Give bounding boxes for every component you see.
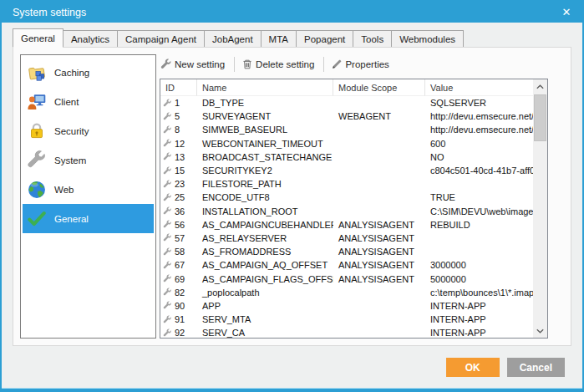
table-row[interactable]: 13BROADCAST_STATECHANGENO xyxy=(160,150,533,164)
toolbar-button-label: Delete setting xyxy=(256,59,314,69)
cell-id: 23 xyxy=(160,179,197,189)
titlebar[interactable]: System settings ✕ xyxy=(2,2,582,23)
system-settings-dialog: System settings ✕ GeneralAnalyticsCampai… xyxy=(0,0,584,392)
sidebar-item-web[interactable]: Web xyxy=(23,175,154,204)
tab-panel-general: CachingClientSecuritySystemWebGeneral Ne… xyxy=(13,47,571,346)
table-row[interactable]: 57AS_RELAYSERVERANALYSISAGENT xyxy=(160,232,533,245)
properties-button[interactable]: Properties xyxy=(330,57,392,72)
wrench-icon xyxy=(163,206,172,216)
row-id: 5 xyxy=(175,111,180,121)
cell-id: 92 xyxy=(160,328,197,338)
close-icon[interactable]: ✕ xyxy=(558,4,575,21)
row-name: SERV_MTA xyxy=(197,314,333,324)
cancel-button[interactable]: Cancel xyxy=(507,358,565,377)
wrench-icon xyxy=(163,328,172,338)
row-name: _poplocalpath xyxy=(197,288,333,298)
cell-id: 12 xyxy=(160,139,197,149)
cell-id: 90 xyxy=(160,301,197,311)
settings-toolbar: New settingDelete settingProperties xyxy=(160,54,548,74)
tab-tools[interactable]: Tools xyxy=(353,30,392,47)
tab-campaign-agent[interactable]: Campaign Agent xyxy=(117,30,205,47)
column-header-value[interactable]: Value xyxy=(425,79,533,96)
tab-popagent[interactable]: Popagent xyxy=(296,30,353,47)
wrench-icon xyxy=(163,261,172,270)
tab-jobagent[interactable]: JobAgent xyxy=(204,30,262,47)
chevron-down-icon[interactable] xyxy=(533,323,547,338)
table-row[interactable]: 12WEBCONTAINER_TIMEOUT600 xyxy=(160,137,533,150)
sidebar-item-system[interactable]: System xyxy=(23,145,154,175)
row-name: AS_FROMADDRESS xyxy=(197,247,333,257)
row-value: c804c501-40cd-41b7-aff0-... xyxy=(425,165,533,176)
chevron-up-icon[interactable] xyxy=(533,79,547,94)
sidebar-item-client[interactable]: Client xyxy=(23,87,154,116)
row-name: ENCODE_UTF8 xyxy=(197,192,333,202)
row-id: 1 xyxy=(175,98,180,108)
ok-button[interactable]: OK xyxy=(446,358,500,377)
sidebar-item-label: General xyxy=(54,214,89,224)
wrench-icon xyxy=(163,301,172,310)
row-id: 56 xyxy=(175,220,185,230)
row-id: 91 xyxy=(175,314,185,324)
column-header-module-scope[interactable]: Module Scope xyxy=(333,79,425,96)
row-name: AS_RELAYSERVER xyxy=(197,233,333,243)
row-value: REBUILD xyxy=(425,220,533,230)
tab-general[interactable]: General xyxy=(13,28,63,48)
client-icon xyxy=(25,90,48,113)
table-row[interactable]: 56AS_CAMPAIGNCUBEHANDLERANALYSISAGENTREB… xyxy=(160,218,533,232)
row-id: 69 xyxy=(175,274,185,284)
tab-webmodules[interactable]: Webmodules xyxy=(391,30,464,47)
sidebar-item-label: System xyxy=(54,155,86,165)
row-name: DB_TYPE xyxy=(197,98,333,108)
row-name: WEBCONTAINER_TIMEOUT xyxy=(197,139,333,149)
pencil-icon xyxy=(331,59,343,70)
tab-mta[interactable]: MTA xyxy=(261,30,297,47)
sidebar-item-label: Caching xyxy=(54,68,89,78)
cell-id: 5 xyxy=(160,111,197,121)
table-row[interactable]: 91SERV_MTAINTERN-APP xyxy=(160,313,533,326)
table-row[interactable]: 92SERV_CAINTERN-APP xyxy=(160,326,533,338)
row-value: c:\temp\bounces\1\*.imap xyxy=(425,288,533,298)
scrollbar-thumb[interactable] xyxy=(534,94,546,141)
vertical-scrollbar[interactable] xyxy=(533,79,547,338)
wrench-icon xyxy=(163,193,172,202)
row-module-scope: ANALYSISAGENT xyxy=(333,274,425,284)
row-name: SECURITYKEY2 xyxy=(197,165,333,176)
tab-strip: GeneralAnalyticsCampaign AgentJobAgentMT… xyxy=(2,23,582,47)
table-row[interactable]: 23FILESTORE_PATH xyxy=(160,177,533,191)
wrench-icon xyxy=(163,166,172,176)
table-row[interactable]: 8SIMWEB_BASEURLhttp://devu.emsecure.net/… xyxy=(160,123,533,136)
sidebar-item-label: Client xyxy=(54,97,79,107)
table-row[interactable]: 1DB_TYPESQLSERVER xyxy=(160,96,533,109)
cell-id: 67 xyxy=(160,260,197,270)
wrench-icon xyxy=(163,99,172,108)
cell-id: 36 xyxy=(160,206,197,216)
row-name: BROADCAST_STATECHANGE xyxy=(197,152,333,162)
row-id: 36 xyxy=(175,206,185,216)
row-module-scope: ANALYSISAGENT xyxy=(333,220,425,230)
wrench-icon xyxy=(163,220,172,229)
row-id: 8 xyxy=(175,125,180,135)
table-row[interactable]: 58AS_FROMADDRESSANALYSISAGENT xyxy=(160,245,533,258)
row-name: APP xyxy=(197,301,333,311)
table-row[interactable]: 82_poplocalpathc:\temp\bounces\1\*.imap xyxy=(160,286,533,299)
row-id: 12 xyxy=(175,139,185,149)
column-header-id[interactable]: ID xyxy=(160,79,197,96)
table-row[interactable]: 90APPINTERN-APP xyxy=(160,299,533,313)
cell-id: 57 xyxy=(160,233,197,243)
tab-analytics[interactable]: Analytics xyxy=(63,30,118,47)
sidebar-item-label: Web xyxy=(54,185,74,195)
table-row[interactable]: 25ENCODE_UTF8TRUE xyxy=(160,191,533,204)
toolbar-button-label: Properties xyxy=(345,59,388,69)
new-setting-button[interactable]: New setting xyxy=(160,57,228,72)
table-row[interactable]: 67AS_CAMPAIGN_AQ_OFFSETANALYSISAGENT3000… xyxy=(160,258,533,272)
sidebar-item-general[interactable]: General xyxy=(23,204,154,233)
table-row[interactable]: 36INSTALLATION_ROOTC:\SIM\DEVU\web\image… xyxy=(160,205,533,218)
table-row[interactable]: 69AS_CAMPAIGN_FLAGS_OFFSETANALYSISAGENT5… xyxy=(160,272,533,285)
column-header-name[interactable]: Name xyxy=(197,79,333,96)
delete-setting-button[interactable]: Delete setting xyxy=(241,57,317,72)
table-row[interactable]: 15SECURITYKEY2c804c501-40cd-41b7-aff0-..… xyxy=(160,164,533,177)
window-title: System settings xyxy=(13,7,558,18)
sidebar-item-security[interactable]: Security xyxy=(23,116,154,145)
sidebar-item-caching[interactable]: Caching xyxy=(23,58,154,87)
table-row[interactable]: 5SURVEYAGENTWEBAGENThttp://devu.emsecure… xyxy=(160,109,533,123)
